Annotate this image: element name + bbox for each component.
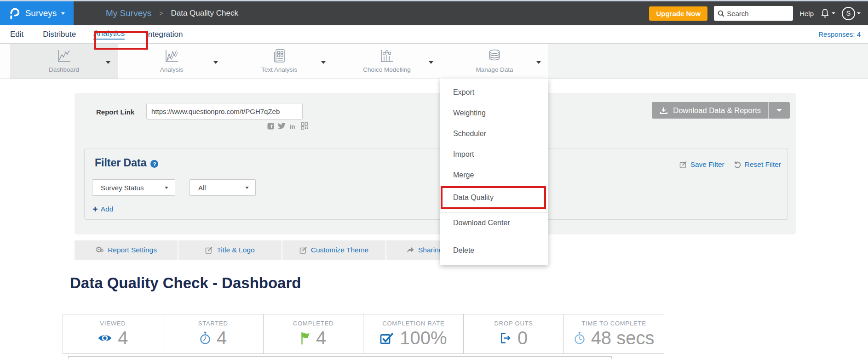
tab-distribute[interactable]: Distribute: [43, 30, 76, 39]
menu-item-download-center[interactable]: Download Center: [440, 213, 548, 233]
toolbar-item-text-analysis[interactable]: Text Analysis: [225, 44, 333, 79]
menu-item-export[interactable]: Export: [440, 82, 548, 103]
reset-filter-label: Reset Filter: [745, 160, 781, 169]
timer-icon: [574, 331, 586, 345]
chevron-down-icon: [776, 109, 782, 112]
filter-data-title: Filter Data: [95, 157, 146, 169]
add-filter-link[interactable]: + Add: [92, 205, 113, 213]
questionpro-logo-icon: [9, 7, 21, 20]
search-input[interactable]: [727, 10, 787, 17]
analytics-toolbar: Dashboard Analysis: [0, 44, 868, 79]
chevron-down-icon[interactable]: [321, 61, 326, 64]
stopwatch-icon: [199, 331, 211, 345]
add-filter-label: Add: [101, 205, 114, 213]
download-options-caret[interactable]: [769, 102, 790, 119]
tab-edit[interactable]: Edit: [10, 30, 23, 39]
report-settings-button[interactable]: ⚙⚙ Report Settings: [75, 240, 178, 260]
stat-value: 4: [316, 328, 326, 348]
facebook-icon[interactable]: f: [267, 123, 274, 130]
edit-pencil-icon: [679, 161, 687, 168]
filter-actions: Save Filter Reset Filter: [679, 160, 781, 169]
flag-icon: [300, 331, 310, 345]
stat-label: STARTED: [198, 320, 228, 327]
menu-divider: [440, 237, 548, 237]
checkbox-icon: [380, 332, 394, 344]
tab-integration[interactable]: Integration: [146, 30, 183, 39]
toolbar-item-choice-modelling[interactable]: Choice Modelling: [333, 44, 441, 79]
toolbar-label: Text Analysis: [225, 66, 333, 73]
qr-code-icon[interactable]: [301, 122, 308, 130]
toolbar-filler: [548, 44, 868, 79]
page-title: Data Quality Check - Dashboard: [70, 274, 301, 292]
menu-item-merge[interactable]: Merge: [440, 165, 548, 185]
customize-theme-button[interactable]: Customize Theme: [282, 240, 385, 260]
report-settings-label: Report Settings: [108, 246, 157, 254]
save-filter-link[interactable]: Save Filter: [679, 160, 724, 169]
title-logo-label: Title & Logo: [217, 246, 254, 254]
download-icon: [659, 107, 668, 114]
chevron-down-icon[interactable]: [106, 61, 110, 64]
linkedin-icon[interactable]: in: [289, 123, 297, 130]
menu-item-delete[interactable]: Delete: [440, 240, 548, 261]
surveys-product-menu[interactable]: Surveys: [0, 1, 74, 25]
toolbar-label: Choice Modelling: [333, 66, 441, 73]
toolbar-item-analysis[interactable]: Analysis: [118, 44, 225, 79]
chevron-down-icon[interactable]: [213, 61, 218, 64]
tab-analytics[interactable]: Analytics: [93, 29, 125, 40]
search-icon: [718, 10, 724, 17]
twitter-icon[interactable]: [278, 123, 286, 129]
manage-data-dropdown: Export Weighting Scheduler Import Merge …: [440, 79, 548, 265]
stat-value: 48 secs: [591, 328, 655, 348]
share-arrow-icon: [407, 247, 414, 253]
report-settings-bar: ⚙⚙ Report Settings Title & Logo Customiz…: [75, 240, 489, 260]
gears-icon: ⚙⚙: [95, 246, 104, 255]
save-filter-label: Save Filter: [690, 160, 724, 169]
filter-title-row: Filter Data ?: [95, 157, 158, 169]
document-icon: [225, 48, 333, 65]
filter-value: All: [198, 184, 206, 192]
title-logo-button[interactable]: Title & Logo: [178, 240, 282, 260]
stat-value: 100%: [400, 328, 447, 348]
menu-item-weighting[interactable]: Weighting: [440, 103, 548, 123]
chevron-down-icon: [857, 12, 861, 14]
report-link-input[interactable]: [146, 103, 303, 120]
toolbar-label: Analysis: [118, 66, 225, 73]
edit-pencil-icon: [299, 246, 307, 254]
line-chart-icon: [10, 48, 118, 65]
breadcrumb: My Surveys > Data Quality Check: [106, 8, 238, 18]
filter-value-select[interactable]: All: [190, 179, 256, 196]
upgrade-now-button[interactable]: Upgrade Now: [649, 6, 707, 21]
account-menu[interactable]: S: [842, 7, 861, 20]
help-link[interactable]: Help: [799, 10, 814, 17]
stat-label: TIME TO COMPLETE: [581, 320, 646, 327]
toolbar-label: Manage Data: [441, 66, 548, 73]
toolbar-item-dashboard[interactable]: Dashboard: [10, 44, 118, 79]
chevron-down-icon[interactable]: [429, 61, 433, 64]
stat-value: 0: [517, 328, 528, 348]
exit-icon: [500, 332, 512, 344]
download-button-label: Download Data & Reports: [673, 106, 761, 115]
stat-completed: COMPLETED 4: [264, 314, 364, 353]
toolbar-label: Dashboard: [10, 66, 118, 73]
chevron-down-icon[interactable]: [536, 61, 541, 64]
header-right-cluster: Upgrade Now Help: [649, 6, 868, 21]
area-chart-icon: [118, 48, 225, 65]
survey-tab-bar: Edit Distribute Analytics Integration Re…: [0, 25, 868, 44]
reset-filter-link[interactable]: Reset Filter: [734, 160, 781, 169]
breadcrumb-current: Data Quality Check: [171, 9, 238, 18]
toolbar-item-manage-data[interactable]: Manage Data: [441, 44, 548, 79]
menu-item-import[interactable]: Import: [440, 144, 548, 165]
menu-item-scheduler[interactable]: Scheduler: [440, 123, 548, 144]
menu-item-data-quality[interactable]: Data Quality: [441, 186, 546, 209]
responses-count: Responses: 4: [818, 30, 868, 38]
survey-status-select[interactable]: Survey Status: [92, 179, 175, 196]
stat-label: COMPLETED: [293, 320, 333, 327]
download-data-reports-button[interactable]: Download Data & Reports: [652, 102, 790, 119]
stat-value: 4: [118, 328, 128, 348]
stat-started: STARTED 4: [163, 314, 264, 353]
chevron-down-icon: [61, 12, 65, 15]
app-header: Surveys My Surveys > Data Quality Check …: [0, 1, 868, 25]
breadcrumb-my-surveys[interactable]: My Surveys: [106, 8, 151, 18]
notifications-menu[interactable]: [820, 8, 835, 18]
help-icon[interactable]: ?: [150, 160, 158, 168]
